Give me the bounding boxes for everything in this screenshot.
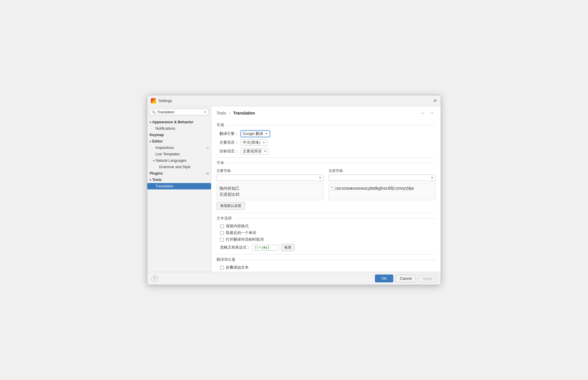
sidebar-item-live-templates[interactable]: Live Templates: [147, 151, 211, 157]
primary-lang-select-wrapper[interactable]: 中文(简体) 中文(繁体) English: [241, 139, 267, 146]
sidebar-group-label: Tools: [152, 178, 162, 182]
primary-font-preview: 海内存知己天涯若比邻: [217, 183, 323, 200]
primary-font-select-wrap[interactable]: [217, 175, 323, 181]
sidebar-group-label: Appearance & Behavior: [152, 120, 193, 124]
apply-button[interactable]: Apply: [418, 275, 437, 282]
phonetic-font-label: 注音字体:: [329, 168, 435, 173]
chevron-down-icon: ▾: [150, 121, 151, 124]
section-text-selection-title: 文本选择: [217, 216, 435, 221]
settings-icon: ⊟: [206, 146, 209, 150]
phonetic-font-select[interactable]: [329, 175, 435, 181]
section-translation-popup-title: 翻译弹出窗: [217, 257, 435, 262]
restore-defaults-button[interactable]: 恢复默认设置: [217, 202, 245, 210]
target-lang-select[interactable]: 主要或英语 English 中文(简体): [241, 148, 268, 154]
take-recent-checkbox[interactable]: [220, 231, 224, 235]
footer-left: ?: [151, 275, 158, 282]
cancel-button[interactable]: Cancel: [396, 275, 416, 282]
primary-lang-row: 主要语言： 中文(简体) 中文(繁体) English: [217, 139, 435, 146]
title-bar: Settings ✕: [147, 95, 441, 106]
regex-row: 忽略正则表达式： 检查: [217, 244, 435, 251]
footer-right: OK Cancel Apply: [375, 275, 437, 282]
section-font-title: 字体: [217, 161, 435, 166]
main-content: Tools › Translation ← → 常规 翻译引擎： Google …: [211, 106, 441, 272]
settings-icon: ⊟: [206, 172, 209, 175]
content-area: 🔍 ✕ ▾ Appearance & Behavior Notification…: [147, 106, 441, 272]
checkbox-take-recent: 取最近的一个单词: [217, 231, 435, 235]
breadcrumb-separator: ›: [229, 111, 232, 115]
checkbox-fold-original: 折叠原始文本: [217, 265, 435, 270]
breadcrumb-current: Translation: [233, 111, 255, 115]
primary-font-select[interactable]: [217, 175, 323, 181]
help-button[interactable]: ?: [151, 275, 158, 282]
nav-arrows: ← →: [419, 110, 435, 116]
sidebar-group-label: Editor: [152, 139, 163, 143]
take-recent-label: 取最近的一个单词: [226, 231, 256, 235]
sidebar-item-label: Live Templates: [155, 152, 180, 156]
chevron-down-icon: ▾: [150, 140, 151, 143]
search-box[interactable]: 🔍 ✕: [150, 109, 209, 115]
primary-lang-label: 主要语言：: [217, 140, 238, 145]
chevron-down-icon: ▾: [153, 159, 155, 162]
open-dialog-word-label: 打开翻译对话框时取词: [226, 237, 264, 242]
window-title: Settings: [158, 98, 433, 103]
section-general-title: 常规: [217, 123, 435, 128]
regex-input[interactable]: [253, 245, 279, 251]
settings-window: Settings ✕ 🔍 ✕ ▾ Appearance & Behavior N…: [147, 95, 441, 285]
target-lang-label: 目标语言：: [217, 149, 238, 154]
engine-select-wrapper[interactable]: Google 翻译 DeepL Youdao: [241, 131, 270, 137]
back-button[interactable]: ←: [419, 110, 427, 116]
settings-body: 常规 翻译引擎： Google 翻译 DeepL Youdao 主要语言：: [211, 119, 441, 272]
sidebar-item-label: Notifications: [155, 126, 175, 131]
search-icon: 🔍: [152, 110, 156, 114]
fold-original-label: 折叠原始文本: [226, 265, 249, 270]
check-button[interactable]: 检查: [281, 244, 295, 251]
sidebar-item-natural-languages[interactable]: ▾ Natural Languages: [147, 157, 211, 164]
sidebar-item-label: Translation: [155, 184, 173, 188]
sidebar-item-keymap[interactable]: Keymap: [147, 132, 211, 138]
checkbox-open-dialog-word: 打开翻译对话框时取词: [217, 237, 435, 242]
sidebar-subgroup-label: Natural Languages: [156, 159, 187, 163]
checkbox-keep-format: 保留内容格式: [217, 224, 435, 229]
breadcrumb: Tools › Translation: [217, 111, 255, 115]
ok-button[interactable]: OK: [375, 275, 393, 282]
primary-font-label: 主要字体:: [217, 168, 323, 173]
font-preview-row: 海内存知己天涯若比邻 ''˛.iɜɑɔʊɪeæʌɒʊəɑɛpbtdkgfvsɛθ…: [217, 183, 435, 200]
engine-row: 翻译引擎： Google 翻译 DeepL Youdao: [217, 131, 435, 137]
sidebar-item-appearance-behavior[interactable]: ▾ Appearance & Behavior: [147, 119, 211, 125]
sidebar-nav: ▾ Appearance & Behavior Notifications Ke…: [147, 118, 211, 191]
sidebar-item-tools[interactable]: ▾ Tools: [147, 177, 211, 183]
sidebar: 🔍 ✕ ▾ Appearance & Behavior Notification…: [147, 106, 211, 272]
footer: ? OK Cancel Apply: [147, 272, 441, 285]
phonetic-font-preview: ''˛.iɜɑɔʊɪeæʌɒʊəɑɛpbtdkgfvsɛθðʃɾzmɳɳhljw: [329, 183, 435, 200]
sidebar-item-translation[interactable]: Translation: [147, 183, 211, 189]
target-lang-row: 目标语言： 主要或英语 English 中文(简体): [217, 148, 435, 154]
open-dialog-word-checkbox[interactable]: [220, 238, 224, 242]
font-section: 主要字体: 注音字体:: [217, 168, 435, 210]
sidebar-item-notifications[interactable]: Notifications: [147, 125, 211, 132]
sidebar-item-label: Grammar and Style: [159, 165, 190, 169]
breadcrumb-parent: Tools: [217, 111, 226, 115]
engine-label: 翻译引擎：: [217, 131, 238, 136]
engine-select[interactable]: Google 翻译 DeepL Youdao: [241, 131, 270, 137]
phonetic-font-col: 注音字体:: [329, 168, 435, 181]
phonetic-font-select-wrap[interactable]: [329, 175, 435, 181]
primary-lang-select[interactable]: 中文(简体) 中文(繁体) English: [241, 139, 267, 146]
target-lang-select-wrapper[interactable]: 主要或英语 English 中文(简体): [241, 148, 268, 154]
keep-format-checkbox[interactable]: [220, 224, 224, 228]
sidebar-item-editor[interactable]: ▾ Editor: [147, 138, 211, 145]
sidebar-item-label: Inspections: [155, 146, 174, 150]
fold-original-checkbox[interactable]: [220, 266, 224, 270]
page-header: Tools › Translation ← →: [211, 106, 441, 119]
sidebar-group-label: Plugins: [150, 171, 163, 175]
sidebar-item-inspections[interactable]: Inspections ⊟: [147, 145, 211, 151]
keep-format-label: 保留内容格式: [226, 224, 249, 229]
close-button[interactable]: ✕: [433, 98, 437, 103]
forward-button[interactable]: →: [428, 110, 435, 116]
app-icon: [151, 98, 156, 103]
search-clear-icon[interactable]: ✕: [203, 110, 207, 114]
sidebar-group-label: Keymap: [150, 133, 164, 137]
search-input[interactable]: [157, 110, 203, 114]
sidebar-item-plugins[interactable]: Plugins ⊟: [147, 170, 211, 177]
chevron-down-icon: ▾: [150, 178, 151, 182]
sidebar-item-grammar-style[interactable]: Grammar and Style: [147, 164, 211, 170]
